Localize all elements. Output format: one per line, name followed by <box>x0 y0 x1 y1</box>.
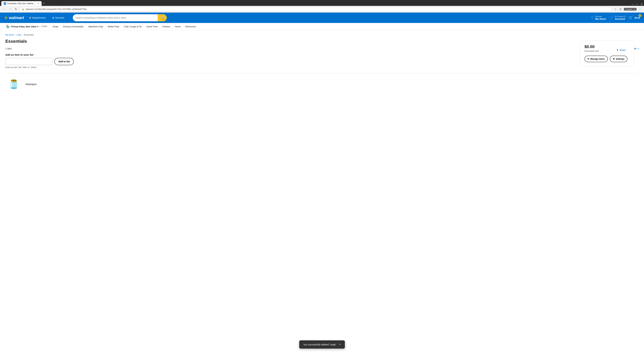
heart-icon: ♡ <box>591 16 594 20</box>
breadcrumb-sep-2: / <box>22 33 23 36</box>
item-image-emoji: 🫙 <box>8 79 19 89</box>
store-icon: 🏪 <box>6 25 10 28</box>
nav-link-gametime[interactable]: Game Time <box>146 23 158 30</box>
my-items-label: My Items <box>595 17 606 20</box>
departments-grid-icon: ⊞ <box>29 16 31 19</box>
nav-link-deals[interactable]: Deals <box>53 23 58 30</box>
bookmark-button[interactable]: ☆ <box>613 7 618 11</box>
manage-items-button[interactable]: ✏ Manage items <box>584 56 608 62</box>
nav-links: Deals Grocery & Essentials Valentine's D… <box>53 23 196 30</box>
tab-favicon: W <box>4 2 6 5</box>
window-controls: ─ □ ✕ <box>632 3 643 6</box>
breadcrumb: My items / Lists / Essentials <box>5 33 639 36</box>
header-actions: ♡ Reorder My Items 👤 Hi, Lauren D Accoun… <box>591 15 640 20</box>
sidebar-card: ⬆ Share $0.00 Estimated total ✏ Manage i… <box>580 40 634 66</box>
nav-link-cold[interactable]: Cold, Cough & Flu <box>124 23 142 30</box>
account-label: Account <box>615 17 626 20</box>
page-body: My items / Lists / Essentials Essentials… <box>0 30 644 98</box>
hi-label: Hi, Lauren D <box>615 15 626 17</box>
address-text: walmart.com/lists/WL/a1daa432-f731-437f-… <box>26 8 609 10</box>
settings-label: Settings <box>616 58 624 60</box>
cart-icon: 🛒 <box>628 15 633 20</box>
services-label: Services <box>55 16 64 19</box>
incognito-badge[interactable]: Incognito (3) <box>624 8 636 10</box>
nav-link-electronics[interactable]: Electronics <box>185 23 196 30</box>
add-item-section: Add an item to your list Add to list Ent… <box>5 53 639 68</box>
new-tab-button[interactable]: + <box>42 1 46 6</box>
browser-toolbar: ← → ↻ 🔒 walmart.com/lists/WL/a1daa432-f7… <box>0 6 644 12</box>
zipcode-separator: | <box>40 25 40 28</box>
sort-chevron-icon: ▾ <box>638 47 639 50</box>
page-title: Essentials <box>5 39 639 44</box>
nav-link-home[interactable]: Home <box>175 23 180 30</box>
search-button[interactable]: 🔍 <box>158 14 167 21</box>
tab-close-button[interactable]: ✕ <box>37 2 39 5</box>
services-button[interactable]: ⊞ Services <box>51 15 66 20</box>
address-bar[interactable]: 🔒 walmart.com/lists/WL/a1daa432-f731-437… <box>19 7 612 11</box>
nav-link-winter[interactable]: Winter Prep <box>108 23 119 30</box>
account-text: Hi, Lauren D Account <box>615 15 626 20</box>
settings-gear-icon: ⚙ <box>613 58 615 60</box>
add-to-list-button[interactable]: Add to list <box>54 58 74 65</box>
my-items-action[interactable]: ♡ Reorder My Items <box>591 15 606 20</box>
close-window-button[interactable]: ✕ <box>640 3 643 6</box>
cart-badge: 0 <box>639 14 641 17</box>
more-menu-button[interactable]: ⋮ <box>638 7 642 11</box>
add-item-row: Add to list <box>5 58 639 65</box>
logo-text: walmart <box>9 15 24 20</box>
pickup-label: Pickup today, 9pm-10pm <box>11 25 36 28</box>
spark-icon: ✳ <box>4 15 8 21</box>
add-hint: Enter an item, like "milk" or "coffee". <box>5 66 639 68</box>
departments-button[interactable]: ⊞ Departments <box>28 15 47 20</box>
pickup-info: Pickup today, 9pm-10pm ▾ <box>11 25 38 28</box>
list-item: 🫙 shampoo <box>5 73 639 95</box>
secondary-nav: 🏪 Pickup today, 9pm-10pm ▾ | 07094 Deals… <box>0 23 644 30</box>
share-button[interactable]: ⬆ Share <box>616 48 626 52</box>
minimize-button[interactable]: ─ <box>632 3 634 6</box>
walmart-header: ✳ walmart ⊞ Departments ⊞ Services 🔍 ♡ R… <box>0 12 644 23</box>
cart-total: $0.00 <box>634 16 640 19</box>
breadcrumb-current: Essentials <box>24 33 34 36</box>
nav-link-grocery[interactable]: Grocery & Essentials <box>63 23 83 30</box>
settings-button[interactable]: ⚙ Settings <box>610 56 628 62</box>
active-tab[interactable]: W Essentials | My Lists | Walmart.c... ✕ <box>1 1 42 6</box>
split-view-button[interactable]: ⊡ <box>618 7 623 11</box>
account-action[interactable]: 👤 Hi, Lauren D Account <box>610 15 626 20</box>
add-item-input[interactable] <box>5 58 52 65</box>
services-grid-icon: ⊞ <box>52 16 54 19</box>
chevron-down-icon: ▾ <box>37 25 38 28</box>
share-icon: ⬆ <box>616 48 618 52</box>
reorder-label: Reorder <box>595 15 606 17</box>
my-items-text: Reorder My Items <box>595 15 606 20</box>
share-label: Share <box>620 49 626 51</box>
zipcode-text: 07094 <box>42 25 47 28</box>
breadcrumb-lists[interactable]: Lists <box>17 33 21 36</box>
sort-bar: 1 item Sort by | Most recent ▾ <box>5 47 639 50</box>
walmart-logo[interactable]: ✳ walmart <box>4 15 24 21</box>
maximize-button[interactable]: □ <box>636 3 638 6</box>
breadcrumb-my-items[interactable]: My items <box>5 33 14 36</box>
manage-items-label: Manage items <box>590 58 605 60</box>
search-container: 🔍 <box>73 14 167 21</box>
content-area: My items / Lists / Essentials Essentials… <box>0 30 644 98</box>
sidebar-actions: ✏ Manage items ⚙ Settings <box>584 56 630 62</box>
forward-button[interactable]: → <box>8 7 12 11</box>
item-count: 1 item <box>5 47 12 50</box>
add-item-label: Add an item to your list <box>5 53 639 56</box>
toolbar-actions: ☆ ⊡ Incognito (3) ⋮ <box>613 7 642 11</box>
account-icon: 👤 <box>610 16 614 20</box>
pickup-selector[interactable]: 🏪 Pickup today, 9pm-10pm ▾ | 07094 <box>4 23 50 30</box>
reload-button[interactable]: ↻ <box>14 7 18 11</box>
search-input[interactable] <box>73 14 158 21</box>
browser-chrome: W Essentials | My Lists | Walmart.c... ✕… <box>0 0 644 6</box>
item-name: shampoo <box>26 83 36 86</box>
tab-title: Essentials | My Lists | Walmart.c... <box>8 2 36 5</box>
nav-link-valentines[interactable]: Valentine's Day <box>88 23 103 30</box>
manage-items-icon: ✏ <box>588 58 589 60</box>
departments-label: Departments <box>32 16 46 19</box>
item-image: 🫙 <box>5 77 22 92</box>
back-button[interactable]: ← <box>2 7 6 11</box>
nav-link-fashion[interactable]: Fashion <box>162 23 170 30</box>
cart-action[interactable]: 0 🛒 $0.00 <box>628 15 640 20</box>
lock-icon: 🔒 <box>22 8 24 10</box>
